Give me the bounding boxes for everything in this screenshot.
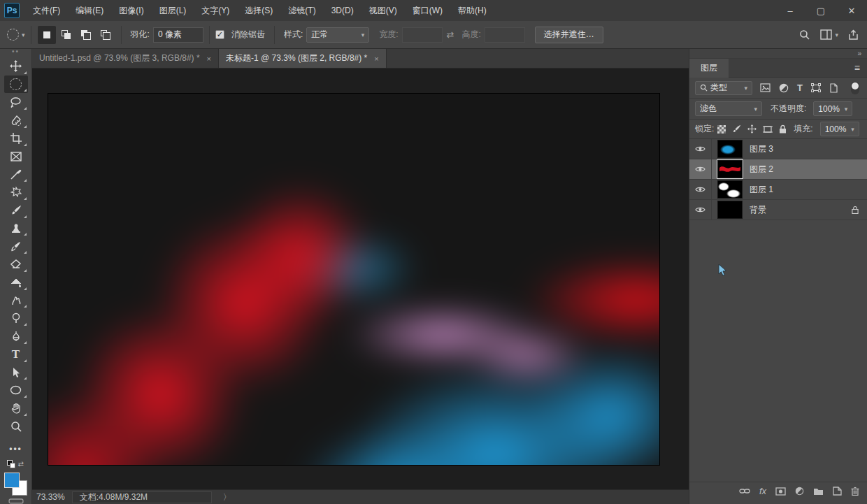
share-icon[interactable] (848, 29, 859, 41)
filter-toggle-pill[interactable] (851, 82, 859, 94)
document-size-info[interactable]: 文档:4.08M/9.32M (72, 491, 212, 503)
close-icon[interactable]: × (207, 55, 211, 63)
layer-name[interactable]: 图层 3 (750, 143, 773, 155)
crop-tool[interactable] (4, 129, 28, 147)
adjustment-layer-button[interactable] (795, 487, 804, 496)
type-tool[interactable]: T (4, 345, 28, 363)
menu-window[interactable]: 窗口(W) (405, 0, 450, 21)
filter-pixel-layers-icon[interactable] (760, 83, 771, 92)
search-icon[interactable] (799, 29, 810, 41)
hand-tool[interactable] (4, 399, 28, 417)
visibility-toggle[interactable] (689, 139, 712, 159)
close-button[interactable]: ✕ (836, 0, 867, 21)
link-layers-button[interactable] (739, 488, 750, 494)
visibility-toggle[interactable] (689, 200, 712, 219)
layer-thumbnail[interactable] (717, 201, 743, 219)
height-input[interactable] (485, 27, 525, 43)
eraser-tool[interactable] (4, 255, 28, 273)
foreground-color-swatch[interactable] (4, 473, 20, 488)
history-brush-tool[interactable] (4, 237, 28, 255)
document-tab-untitled-active[interactable]: 未标题-1 @ 73.3% (图层 2, RGB/8#) * × (219, 49, 387, 68)
menu-file[interactable]: 文件(F) (25, 0, 68, 21)
minimize-button[interactable]: – (775, 0, 805, 21)
quick-selection-tool[interactable] (4, 111, 28, 129)
layer-thumbnail[interactable] (717, 180, 743, 199)
more-tools[interactable]: ••• (4, 440, 28, 458)
tab-layers[interactable]: 图层 (689, 59, 729, 78)
new-selection-button[interactable] (38, 26, 56, 44)
panel-grip[interactable]: •• (12, 49, 20, 57)
spot-healing-tool[interactable] (4, 183, 28, 201)
zoom-level-field[interactable]: 73.33% (32, 492, 72, 502)
filter-shape-layers-icon[interactable] (811, 83, 821, 92)
menu-type[interactable]: 文字(Y) (194, 0, 237, 21)
maximize-button[interactable]: ▢ (805, 0, 836, 21)
style-select[interactable]: 正常 ▾ (306, 27, 369, 43)
swap-colors-icon[interactable]: ⇄ (18, 460, 24, 468)
smudge-tool[interactable] (4, 291, 28, 310)
document-pasteboard[interactable] (32, 69, 689, 489)
visibility-toggle[interactable] (689, 180, 712, 199)
add-mask-button[interactable] (775, 487, 786, 496)
width-input[interactable] (402, 27, 443, 43)
lasso-tool[interactable] (4, 93, 28, 111)
add-selection-button[interactable] (57, 26, 76, 44)
layer-style-button[interactable]: fx (759, 486, 766, 496)
elliptical-marquee-tool[interactable] (4, 75, 28, 94)
status-expand-icon[interactable]: 〉 (223, 491, 231, 503)
new-layer-button[interactable] (833, 487, 842, 496)
subtract-selection-button[interactable] (77, 26, 95, 44)
filter-adjustment-layers-icon[interactable] (779, 83, 789, 93)
menu-help[interactable]: 帮助(H) (450, 0, 494, 21)
zoom-tool[interactable] (4, 417, 28, 435)
layer-row-layer3[interactable]: 图层 3 (689, 139, 867, 159)
delete-layer-button[interactable] (851, 487, 859, 496)
fill-select[interactable]: 100% ▾ (820, 122, 859, 136)
default-colors-control[interactable]: ⇄ (6, 460, 27, 470)
opacity-select[interactable]: 100% ▾ (813, 101, 852, 116)
pen-tool[interactable] (4, 327, 28, 345)
document-tab-untitled1psd[interactable]: Untitled-1.psd @ 73.9% (图层 3, RGB/8#) * … (32, 49, 219, 68)
lock-pixels-icon[interactable] (732, 124, 741, 134)
blend-mode-select[interactable]: 滤色 ▾ (695, 101, 762, 116)
canvas[interactable] (48, 94, 659, 465)
lock-artboard-icon[interactable] (763, 125, 773, 134)
layer-name[interactable]: 图层 1 (750, 184, 773, 196)
ellipse-shape-tool[interactable] (4, 381, 28, 399)
gradient-tool[interactable] (4, 273, 28, 291)
visibility-toggle[interactable] (689, 159, 712, 179)
feather-input[interactable] (153, 27, 203, 43)
layer-row-background[interactable]: 背景 (689, 200, 867, 220)
menu-edit[interactable]: 编辑(E) (68, 0, 111, 21)
lock-all-icon[interactable] (779, 124, 787, 134)
filter-smart-objects-icon[interactable] (829, 83, 838, 93)
dodge-tool[interactable] (4, 309, 28, 327)
move-tool[interactable] (4, 57, 28, 75)
menu-view[interactable]: 视图(V) (361, 0, 405, 21)
collapse-panels-icon[interactable]: » (857, 50, 861, 57)
close-icon[interactable]: × (374, 55, 378, 63)
new-group-button[interactable] (813, 487, 824, 496)
eyedropper-tool[interactable] (4, 165, 28, 183)
intersect-selection-button[interactable] (96, 26, 115, 44)
brush-tool[interactable] (4, 201, 28, 219)
lock-position-icon[interactable] (747, 124, 757, 134)
clone-stamp-tool[interactable] (4, 219, 28, 238)
filter-type-select[interactable]: 类型 ▾ (695, 81, 752, 95)
workspace-switcher[interactable]: ▾ (820, 29, 838, 40)
select-and-mask-button[interactable]: 选择并遮住… (535, 27, 603, 43)
menu-3d[interactable]: 3D(D) (324, 0, 361, 21)
layer-thumbnail[interactable] (717, 160, 743, 178)
menu-select[interactable]: 选择(S) (237, 0, 280, 21)
menu-layer[interactable]: 图层(L) (152, 0, 194, 21)
current-tool-preset[interactable]: ▾ (7, 29, 25, 41)
filter-type-layers-icon[interactable]: T (797, 82, 803, 93)
layer-row-layer2-selected[interactable]: 图层 2 (689, 159, 867, 180)
panel-menu-icon[interactable]: ≡ (854, 62, 860, 73)
screen-mode-icon[interactable] (8, 498, 24, 504)
menu-filter[interactable]: 滤镜(T) (280, 0, 323, 21)
path-select-tool[interactable] (4, 363, 28, 382)
swap-dimensions-icon[interactable]: ⇄ (447, 29, 454, 40)
layer-row-layer1[interactable]: 图层 1 (689, 180, 867, 200)
frame-tool[interactable] (4, 147, 28, 166)
